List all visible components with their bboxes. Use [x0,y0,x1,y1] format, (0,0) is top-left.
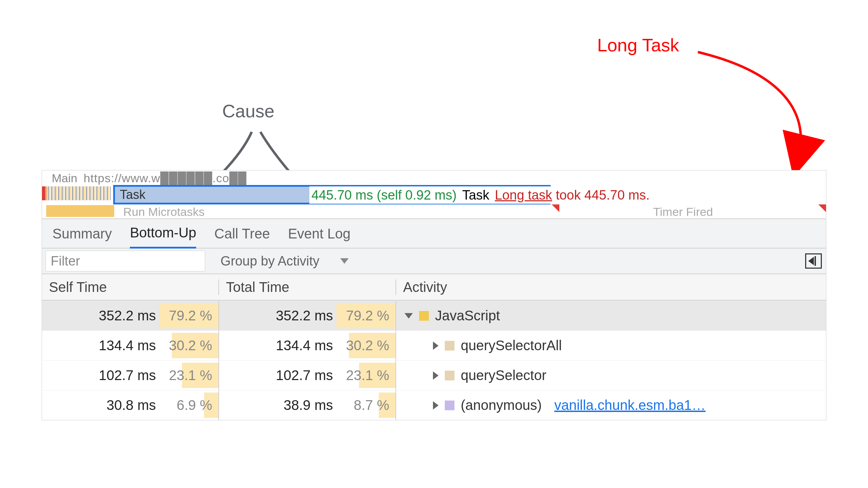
timeline-main-label: Main [52,171,77,185]
table-row[interactable]: 30.8 ms6.9 %38.9 ms8.7 %(anonymous) vani… [42,390,826,420]
filter-input[interactable]: Filter [45,251,205,271]
activity-name: (anonymous) [461,397,542,413]
time-pct: 30.2 % [333,338,395,353]
task-name: Task [462,188,489,203]
table-row[interactable]: 352.2 ms79.2 %352.2 ms79.2 %JavaScript [42,301,826,330]
disclosure-triangle-icon[interactable] [433,401,439,410]
timeline-frames [45,186,111,200]
disclosure-triangle-icon[interactable] [433,371,439,380]
details-tabs: Summary Bottom-Up Call Tree Event Log [42,219,826,249]
time-ms: 102.7 ms [264,368,333,383]
table-row[interactable]: 134.4 ms30.2 %134.4 ms30.2 %querySelecto… [42,330,826,360]
column-total-time[interactable]: Total Time [219,279,396,295]
activity-cell: querySelectorAll [396,331,826,360]
long-task-triangle [552,204,559,212]
column-activity[interactable]: Activity [396,279,826,295]
time-pct: 23.1 % [333,368,395,383]
chevron-down-icon [340,258,349,264]
source-link[interactable]: vanilla.chunk.esm.ba1… [554,397,706,413]
activity-name: JavaScript [435,308,500,323]
time-ms: 352.2 ms [86,308,156,323]
triangle-left-icon [808,257,814,265]
activity-swatch [445,341,454,351]
timeline-url: https://www.w██████.co██ [84,171,247,185]
tab-bottom-up[interactable]: Bottom-Up [130,225,196,249]
tab-event-log[interactable]: Event Log [288,226,350,248]
disclosure-triangle-icon[interactable] [404,313,413,319]
group-by-label: Group by Activity [220,254,319,269]
timeline-yellow-track [46,205,114,217]
activity-cell: querySelector [396,361,826,390]
time-ms: 30.8 ms [86,397,156,413]
long-task-warning: Long task took 445.70 ms. [495,188,650,203]
time-pct: 79.2 % [156,308,218,323]
time-pct: 23.1 % [156,368,218,383]
column-self-time[interactable]: Self Time [42,279,219,295]
time-ms: 134.4 ms [86,338,156,353]
time-ms: 102.7 ms [86,368,156,383]
activity-swatch [445,401,454,410]
time-pct: 8.7 % [333,397,395,413]
activity-cell: JavaScript [396,301,826,330]
time-ms: 134.4 ms [264,338,333,353]
activity-name: querySelector [461,368,546,383]
activity-swatch [419,311,429,321]
disclosure-triangle-icon[interactable] [433,342,439,350]
annotation-cause: Cause [222,101,274,121]
time-pct: 30.2 % [156,338,218,353]
time-ms: 352.2 ms [264,308,333,323]
activity-cell: (anonymous) vanilla.chunk.esm.ba1… [396,390,826,420]
tab-call-tree[interactable]: Call Tree [214,226,270,248]
time-pct: 6.9 % [156,397,218,413]
table-row[interactable]: 102.7 ms23.1 %102.7 ms23.1 %querySelecto… [42,360,826,390]
group-by-select[interactable]: Group by Activity [210,254,349,269]
timeline-strip[interactable]: Main https://www.w██████.co██ Task 445.7… [42,170,826,219]
task-tooltip: 445.70 ms (self 0.92 ms) Task Long task … [309,186,652,204]
task-time: 445.70 ms (self 0.92 ms) [311,188,457,203]
activity-swatch [445,371,454,380]
time-pct: 79.2 % [333,308,395,323]
long-task-triangle [818,204,826,212]
timer-fired-block[interactable]: Timer Fired [653,205,713,219]
annotation-long-task: Long Task [597,35,679,56]
time-ms: 38.9 ms [264,397,333,413]
bottom-up-table-body: 352.2 ms79.2 %352.2 ms79.2 %JavaScript13… [42,301,826,420]
task-block-label: Task [120,187,145,202]
microtasks-block[interactable]: Run Microtasks [123,205,205,219]
activity-name: querySelectorAll [461,338,562,353]
heaviest-stack-toggle[interactable] [805,253,822,269]
tab-summary[interactable]: Summary [52,226,112,248]
